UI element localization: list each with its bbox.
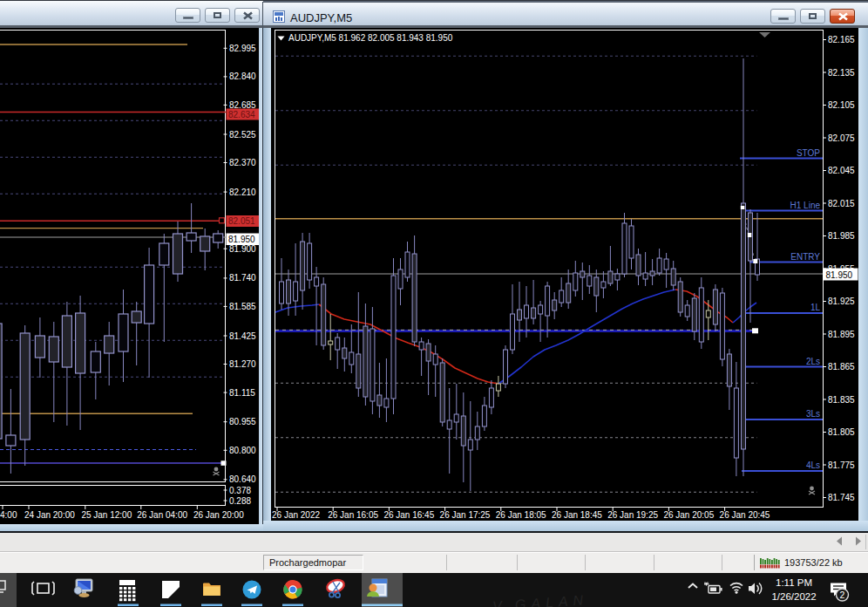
- svg-text:1:11 PM: 1:11 PM: [776, 577, 812, 588]
- svg-text:82.075: 82.075: [828, 133, 855, 143]
- svg-text:26 Jan 16:05: 26 Jan 16:05: [328, 510, 378, 520]
- svg-text:81.805: 81.805: [828, 427, 855, 437]
- svg-text:0.378: 0.378: [229, 486, 251, 495]
- svg-text:26 Jan 20:05: 26 Jan 20:05: [663, 510, 714, 520]
- svg-text:1L: 1L: [810, 303, 821, 312]
- svg-text:4:00: 4:00: [0, 510, 17, 520]
- svg-text:H1 Line: H1 Line: [790, 201, 821, 210]
- svg-text:3Ls: 3Ls: [806, 409, 820, 419]
- svg-text:81.585: 81.585: [229, 302, 256, 311]
- svg-text:82.015: 82.015: [828, 199, 855, 208]
- svg-text:26 Jan 18:45: 26 Jan 18:45: [552, 510, 602, 520]
- svg-text:82.525: 82.525: [229, 130, 256, 140]
- svg-text:81.985: 81.985: [828, 231, 855, 241]
- svg-text:1/26/2022: 1/26/2022: [771, 591, 816, 602]
- svg-text:ENTRY: ENTRY: [790, 252, 820, 262]
- svg-text:81.950: 81.950: [228, 235, 255, 244]
- svg-text:81.115: 81.115: [229, 388, 255, 398]
- svg-text:26 Jan 19:25: 26 Jan 19:25: [607, 510, 658, 520]
- svg-text:82.210: 82.210: [229, 188, 256, 197]
- svg-text:26 Jan 18:05: 26 Jan 18:05: [496, 510, 546, 520]
- svg-text:2Ls: 2Ls: [806, 357, 820, 366]
- svg-text:81.835: 81.835: [828, 395, 855, 405]
- svg-text:82.165: 82.165: [828, 35, 855, 44]
- svg-text:81.775: 81.775: [828, 460, 855, 470]
- svg-text:81.425: 81.425: [229, 331, 256, 341]
- svg-text:82.685: 82.685: [229, 100, 256, 110]
- svg-text:4Ls: 4Ls: [806, 460, 820, 470]
- svg-text:81.270: 81.270: [229, 359, 256, 369]
- svg-text:26 Jan 04:00: 26 Jan 04:00: [137, 510, 187, 520]
- svg-text:82.995: 82.995: [229, 44, 256, 53]
- svg-text:26 Jan 2022: 26 Jan 2022: [272, 510, 320, 520]
- svg-text:82.370: 82.370: [229, 158, 256, 167]
- svg-text:81.745: 81.745: [828, 493, 855, 502]
- svg-text:26 Jan 17:25: 26 Jan 17:25: [440, 510, 491, 520]
- svg-text:80.640: 80.640: [229, 474, 256, 484]
- svg-text:82.840: 82.840: [229, 72, 256, 81]
- svg-text:82.634: 82.634: [228, 110, 255, 119]
- svg-text:82.051: 82.051: [228, 216, 255, 226]
- svg-text:25 Jan 12:00: 25 Jan 12:00: [81, 510, 132, 520]
- svg-text:80.800: 80.800: [229, 446, 256, 455]
- svg-text:82.045: 82.045: [828, 166, 855, 175]
- svg-text:81.950: 81.950: [826, 270, 853, 280]
- svg-text:81.895: 81.895: [828, 330, 855, 339]
- svg-text:81.900: 81.900: [229, 244, 256, 254]
- svg-text:81.740: 81.740: [229, 273, 256, 283]
- svg-text:26 Jan 20:45: 26 Jan 20:45: [720, 510, 770, 520]
- svg-text:AUDJPY,M5 81.962 82.005 81.94: AUDJPY,M5 81.962 82.005 81.943 81.950: [288, 33, 453, 43]
- svg-text:81.925: 81.925: [828, 297, 855, 306]
- svg-text:26 Jan 20:00: 26 Jan 20:00: [193, 510, 244, 520]
- svg-text:STOP: STOP: [797, 148, 820, 158]
- svg-text:24 Jan 20:00: 24 Jan 20:00: [24, 510, 75, 520]
- svg-text:81.865: 81.865: [828, 362, 855, 372]
- svg-text:0.288: 0.288: [229, 496, 251, 506]
- svg-text:2: 2: [840, 590, 845, 600]
- svg-text:80.955: 80.955: [229, 417, 256, 426]
- svg-text:82.135: 82.135: [828, 68, 855, 78]
- svg-text:82.105: 82.105: [828, 100, 855, 110]
- svg-text:26 Jan 16:45: 26 Jan 16:45: [383, 510, 434, 520]
